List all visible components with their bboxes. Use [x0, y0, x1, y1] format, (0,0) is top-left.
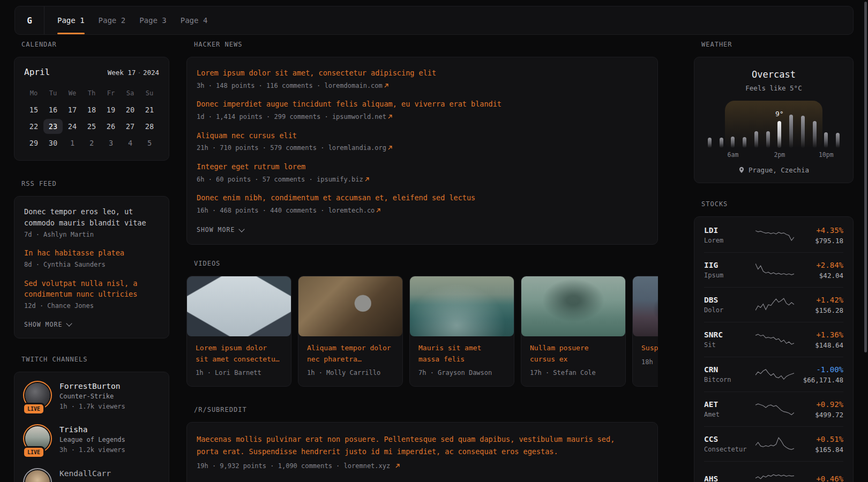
calendar-day[interactable]: 15 — [24, 102, 43, 117]
video-thumbnail-hands-holding-camera[interactable] — [298, 276, 402, 336]
stock-row[interactable]: LDILorem+4.35%$795.18 — [704, 218, 843, 252]
calendar-day[interactable]: 23 — [43, 119, 63, 134]
stock-id: AETAmet — [704, 400, 755, 418]
calendar-section-label: CALENDAR — [21, 41, 169, 48]
subreddit-post-title[interactable]: Maecenas mollis pulvinar erat non posuer… — [197, 433, 625, 458]
hackernews-item-title[interactable]: Donec enim nibh, condimentum et accumsan… — [197, 193, 648, 203]
tab-page-2[interactable]: Page 2 — [99, 6, 126, 34]
stock-row[interactable]: CRNBitcorn-1.00%$66,171.48 — [704, 357, 843, 391]
twitch-section-label: TWITCH CHANNELS — [21, 356, 169, 363]
twitch-channel[interactable]: KendallCarr — [24, 469, 159, 482]
stock-row[interactable]: IIGIpsum+2.84%$42.04 — [704, 252, 843, 287]
channel-avatar — [25, 470, 50, 482]
tab-page-1[interactable]: Page 1 — [57, 6, 85, 34]
video-thumbnail-foggy-silhouette[interactable] — [633, 276, 658, 336]
calendar-day[interactable]: 30 — [43, 135, 63, 150]
rss-item-title[interactable]: In hac habitasse platea — [24, 247, 159, 259]
twitch-channel[interactable]: LIVETrishaLeague of Legends3h · 1.2k vie… — [24, 425, 159, 455]
video-title[interactable]: Mauris sit amet massa felis — [418, 343, 504, 364]
video-thumbnail-concrete-pillars-sky[interactable] — [187, 276, 291, 336]
hackernews-item-domain[interactable]: loremdomain.com — [324, 82, 382, 89]
weather-section-label: WEATHER — [701, 41, 854, 48]
calendar-day[interactable]: 4 — [121, 135, 140, 150]
video-thumbnail-boat-wake-sea[interactable] — [410, 276, 514, 336]
tab-page-3[interactable]: Page 3 — [139, 6, 167, 34]
stock-row[interactable]: CCSConsectetur+0.51%$165.84 — [704, 426, 843, 461]
calendar-day[interactable]: 24 — [63, 119, 82, 134]
channel-name[interactable]: KendallCarr — [59, 469, 111, 478]
video-info: Lorem ipsum dolor sit amet consectetu…1h… — [187, 336, 291, 386]
calendar-day[interactable]: 1 — [63, 135, 82, 150]
stock-row[interactable]: AETAmet+0.92%$499.72 — [704, 391, 843, 426]
calendar-day[interactable]: 5 — [140, 135, 159, 150]
calendar-day[interactable]: 16 — [43, 102, 63, 117]
video-card[interactable]: Aliquam tempor dolor nec pharetra…1h · M… — [298, 276, 403, 387]
calendar-day[interactable]: 2 — [82, 135, 101, 150]
stock-quote: +1.42%$156.28 — [815, 296, 843, 314]
hackernews-item-domain[interactable]: ipsumworld.net — [332, 113, 386, 120]
video-info: Mauris sit amet massa felis7h · Grayson … — [410, 336, 514, 386]
calendar-day-header: Mo — [24, 86, 43, 101]
hackernews-item-title[interactable]: Aliquam nec cursus elit — [197, 131, 648, 141]
hackernews-item-title[interactable]: Donec imperdiet augue tincidunt felis al… — [197, 99, 648, 109]
hackernews-item-domain[interactable]: loremtech.co — [328, 207, 375, 214]
video-title[interactable]: Suspendisse diam — [641, 343, 658, 353]
chevron-down-icon — [66, 321, 72, 327]
calendar-day[interactable]: 20 — [121, 102, 140, 117]
video-card[interactable]: Mauris sit amet massa felis7h · Grayson … — [409, 276, 514, 387]
page-scrollbar[interactable] — [864, 0, 867, 482]
video-title[interactable]: Nullam posuere cursus ex — [530, 343, 616, 364]
channel-name[interactable]: Trisha — [59, 425, 125, 434]
weather-temp-bar — [743, 137, 746, 148]
stock-id: IIGIpsum — [704, 261, 755, 279]
hackernews-item-domain[interactable]: ipsumify.biz — [317, 176, 363, 183]
weather-temp-bar — [766, 131, 770, 148]
video-card[interactable]: Suspendisse diam18h · Tara — [632, 276, 658, 387]
rss-item-title[interactable]: Donec tempor eros leo, ut commodo mauris… — [24, 206, 159, 229]
channel-name[interactable]: ForrestBurton — [59, 382, 125, 390]
twitch-list: LIVEForrestBurtonCounter-Strike1h · 1.7k… — [24, 382, 159, 482]
video-title[interactable]: Aliquam tempor dolor nec pharetra… — [307, 343, 393, 364]
hackernews-item-title[interactable]: Lorem ipsum dolor sit amet, consectetur … — [197, 68, 648, 78]
calendar-day-header: Tu — [43, 86, 63, 101]
video-title[interactable]: Lorem ipsum dolor sit amet consectetu… — [196, 343, 281, 364]
rss-item: In hac habitasse platea8d · Cynthia Saun… — [24, 247, 159, 269]
stock-price: $42.04 — [816, 272, 843, 280]
hackernews-item-title[interactable]: Integer eget rutrum lorem — [197, 162, 648, 172]
calendar-day[interactable]: 26 — [101, 119, 121, 134]
stock-row[interactable]: DBSDolor+1.42%$156.28 — [704, 287, 843, 322]
subreddit-post-domain[interactable]: loremnet.xyz — [344, 462, 391, 470]
hackernews-show-more-button[interactable]: SHOW MORE — [197, 226, 648, 234]
calendar-day[interactable]: 22 — [24, 119, 43, 134]
app-logo[interactable]: G — [15, 6, 44, 34]
stock-row[interactable]: SNRCSit+1.36%$148.64 — [704, 322, 843, 357]
rss-item-title[interactable]: Sed volutpat nulla nisl, a condimentum n… — [24, 278, 159, 300]
stock-price: $499.72 — [815, 411, 843, 419]
calendar-day[interactable]: 3 — [101, 135, 121, 150]
video-card[interactable]: Nullam posuere cursus ex17h · Stefan Col… — [521, 276, 626, 387]
calendar-day[interactable]: 17 — [63, 102, 82, 117]
live-badge: LIVE — [24, 448, 43, 457]
hackernews-section-label: HACKER NEWS — [194, 41, 658, 48]
tab-page-4[interactable]: Page 4 — [181, 6, 208, 34]
calendar-day[interactable]: 19 — [101, 102, 121, 117]
weather-temp-bar — [754, 131, 758, 148]
video-card[interactable]: Lorem ipsum dolor sit amet consectetu…1h… — [186, 276, 291, 387]
videos-row: Lorem ipsum dolor sit amet consectetu…1h… — [186, 276, 658, 387]
stock-id: AHS — [704, 475, 755, 482]
video-thumbnail-canoe-on-lake[interactable] — [521, 276, 625, 336]
hackernews-item-domain[interactable]: loremlandia.org — [328, 144, 386, 152]
stock-name: Dolor — [704, 306, 755, 314]
twitch-channel[interactable]: LIVEForrestBurtonCounter-Strike1h · 1.7k… — [24, 382, 159, 411]
calendar-day[interactable]: 27 — [121, 119, 140, 134]
calendar-day[interactable]: 28 — [140, 119, 159, 134]
calendar-day-header: Fr — [101, 86, 121, 101]
calendar-day[interactable]: 29 — [24, 135, 43, 150]
rss-show-more-button[interactable]: SHOW MORE — [24, 321, 159, 328]
stock-row[interactable]: AHS+0.46% — [704, 461, 843, 482]
stock-sparkline — [755, 297, 794, 313]
calendar-day[interactable]: 21 — [140, 102, 159, 117]
calendar-day[interactable]: 25 — [82, 119, 101, 134]
calendar-day[interactable]: 18 — [82, 102, 101, 117]
scrollbar-thumb[interactable] — [864, 2, 867, 352]
